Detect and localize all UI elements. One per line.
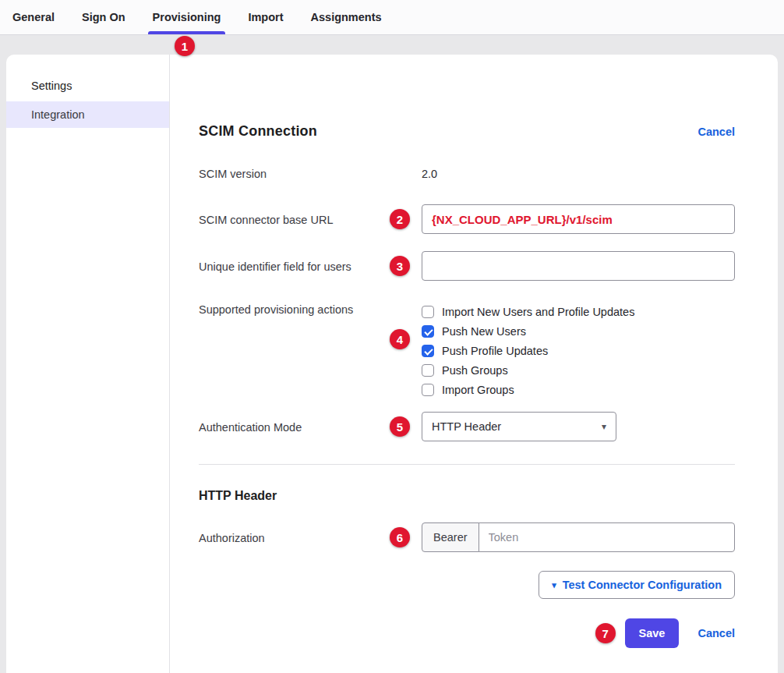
checkbox-label: Import New Users and Profile Updates	[442, 306, 634, 318]
annotation-badge-3: 3	[390, 256, 410, 276]
app-tab-bar: General Sign On Provisioning Import Assi…	[0, 0, 784, 35]
bearer-prefix: Bearer	[422, 522, 479, 552]
sidebar-heading: Settings	[6, 73, 169, 101]
scim-version-value: 2.0	[422, 166, 735, 182]
checkbox-row-push-new-users[interactable]: Push New Users	[422, 321, 735, 341]
checkbox-row-import-groups[interactable]: Import Groups	[422, 380, 735, 399]
annotation-badge-7: 7	[595, 623, 616, 643]
auth-mode-label: Authentication Mode	[199, 412, 422, 435]
checkbox[interactable]	[422, 364, 434, 377]
annotation-badge-2: 2	[390, 209, 410, 229]
auth-mode-select[interactable]: HTTP Header ▾	[422, 412, 616, 441]
content-card: Settings Integration SCIM Connection Can…	[6, 55, 778, 673]
tab-import[interactable]: Import	[248, 0, 283, 34]
annotation-badge-1: 1	[175, 36, 195, 56]
checkbox-row-push-profile-updates[interactable]: Push Profile Updates	[422, 341, 735, 360]
annotation-badge-4: 4	[390, 329, 410, 349]
chevron-down-icon: ▾	[552, 580, 556, 590]
scim-version-label: SCIM version	[199, 166, 422, 182]
checkbox[interactable]	[422, 325, 434, 338]
tab-general[interactable]: General	[12, 0, 55, 34]
save-button[interactable]: Save	[625, 618, 680, 648]
checkbox-label: Push Profile Updates	[442, 345, 548, 357]
cancel-link-top[interactable]: Cancel	[697, 126, 735, 138]
authorization-label: Authorization	[199, 522, 422, 546]
checkbox[interactable]	[422, 384, 434, 396]
page-title: SCIM Connection	[199, 123, 317, 140]
tab-assignments[interactable]: Assignments	[311, 0, 382, 34]
base-url-label: SCIM connector base URL	[199, 204, 422, 228]
cancel-link-bottom[interactable]: Cancel	[697, 627, 735, 639]
checkbox-label: Push Groups	[442, 364, 508, 377]
checkbox-row-push-groups[interactable]: Push Groups	[422, 360, 735, 380]
test-connector-button-label: Test Connector Configuration	[563, 579, 722, 591]
checkbox[interactable]	[422, 345, 434, 357]
test-connector-button[interactable]: ▾ Test Connector Configuration	[539, 571, 735, 599]
tab-sign-on[interactable]: Sign On	[82, 0, 125, 34]
section-divider	[199, 464, 735, 465]
checkbox[interactable]	[422, 306, 434, 318]
unique-id-label: Unique identifier field for users	[199, 251, 422, 275]
checkbox-row-import-users[interactable]: Import New Users and Profile Updates	[422, 302, 735, 321]
checkbox-label: Push New Users	[442, 325, 526, 338]
provisioning-form: SCIM Connection Cancel SCIM version 2.0 …	[170, 55, 778, 673]
annotation-badge-5: 5	[390, 416, 410, 437]
base-url-input[interactable]	[422, 204, 735, 234]
chevron-down-icon: ▾	[602, 421, 606, 432]
settings-sidebar: Settings Integration	[6, 55, 170, 673]
actions-label: Supported provisioning actions	[199, 302, 422, 317]
tab-provisioning[interactable]: Provisioning	[153, 0, 221, 34]
annotation-badge-6: 6	[390, 527, 410, 547]
sidebar-item-integration[interactable]: Integration	[6, 101, 169, 128]
checkbox-label: Import Groups	[442, 384, 514, 396]
http-header-section-heading: HTTP Header	[199, 489, 735, 503]
auth-mode-selected-value: HTTP Header	[432, 420, 501, 433]
token-input[interactable]	[479, 522, 735, 552]
unique-id-input[interactable]	[422, 251, 735, 281]
